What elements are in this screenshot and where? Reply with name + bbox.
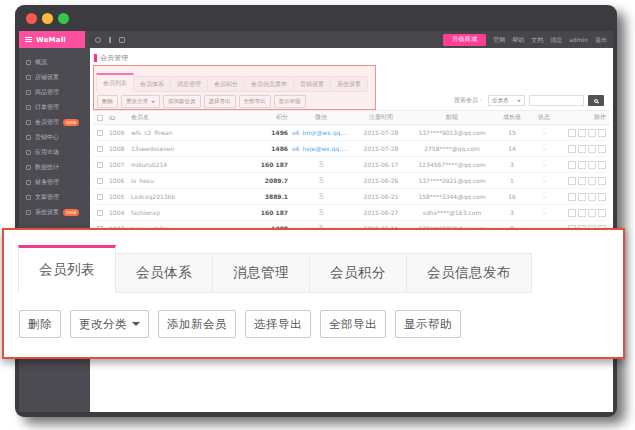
menu-icon bbox=[26, 135, 31, 140]
sidebar-item[interactable]: 数据统计 bbox=[19, 160, 90, 175]
export-icon[interactable] bbox=[588, 209, 596, 217]
search-button[interactable] bbox=[588, 95, 604, 106]
member-name[interactable]: 13seedxseven bbox=[129, 145, 238, 152]
select-all-checkbox[interactable] bbox=[97, 115, 103, 121]
export-icon[interactable] bbox=[588, 177, 596, 185]
sidebar-item[interactable]: 店铺设置 bbox=[19, 70, 90, 85]
message-icon[interactable] bbox=[578, 177, 586, 185]
member-wechat[interactable]: o6_bmjr@wx.qq.com bbox=[290, 129, 352, 136]
member-tab[interactable]: 会员体系 bbox=[133, 76, 171, 92]
store-icon[interactable] bbox=[119, 37, 125, 43]
member-wechat[interactable]: 无 bbox=[290, 176, 352, 185]
sidebar-item[interactable]: 财务管理 bbox=[19, 175, 90, 190]
row-checkbox[interactable] bbox=[97, 178, 103, 184]
toolbar-button[interactable]: 添加新会员 bbox=[163, 95, 201, 108]
app-logo[interactable]: WeMall bbox=[19, 31, 85, 48]
member-tab[interactable]: 系统设置 bbox=[330, 76, 368, 92]
row-checkbox[interactable] bbox=[97, 162, 103, 168]
header-menu-item[interactable]: admin bbox=[569, 34, 588, 46]
minimize-window-button[interactable] bbox=[42, 13, 53, 24]
table-header-row: ID 会员名 积分 微信 注册时间 邮箱 成长值 状态 操作 bbox=[93, 110, 610, 125]
edit-icon[interactable] bbox=[568, 161, 576, 169]
toolbar-button[interactable]: 删除 bbox=[97, 95, 118, 108]
register-date: 2015-06-27 bbox=[352, 209, 410, 216]
delete-icon[interactable] bbox=[598, 161, 606, 169]
delete-icon[interactable] bbox=[598, 193, 606, 201]
member-name[interactable]: wfs_c2_fhwan bbox=[129, 129, 238, 136]
member-tab[interactable]: 会员积分 bbox=[309, 253, 407, 293]
delete-icon[interactable] bbox=[598, 177, 606, 185]
member-tab[interactable]: 会员体系 bbox=[115, 253, 213, 293]
row-checkbox[interactable] bbox=[97, 130, 103, 136]
sidebar-item[interactable]: 文章管理 bbox=[19, 190, 90, 205]
member-wechat[interactable]: 无 bbox=[290, 160, 352, 169]
member-tab[interactable]: 消息管理 bbox=[170, 76, 208, 92]
message-icon[interactable] bbox=[578, 209, 586, 217]
export-icon[interactable] bbox=[588, 161, 596, 169]
delete-icon[interactable] bbox=[598, 129, 606, 137]
toolbar-button[interactable]: 显示帮助 bbox=[395, 310, 461, 338]
sidebar-item[interactable]: 会员管理 new bbox=[19, 115, 90, 130]
search-input[interactable] bbox=[529, 95, 584, 106]
header-menu-item[interactable]: 官网 bbox=[493, 34, 505, 46]
member-tab[interactable]: 会员列表 bbox=[18, 245, 116, 293]
message-icon[interactable] bbox=[578, 129, 586, 137]
header-menu-item[interactable]: 帮助 bbox=[512, 34, 524, 46]
sidebar-item[interactable]: 应用市场 bbox=[19, 145, 90, 160]
export-icon[interactable] bbox=[588, 193, 596, 201]
search-category-select[interactable]: 会员名 bbox=[488, 95, 525, 106]
close-window-button[interactable] bbox=[26, 13, 37, 24]
sidebar-item[interactable]: 订单管理 bbox=[19, 100, 90, 115]
toolbar-button[interactable]: 全部导出 bbox=[239, 95, 271, 108]
toolbar-button[interactable]: 选择导出 bbox=[204, 95, 236, 108]
message-icon[interactable] bbox=[578, 161, 586, 169]
edit-icon[interactable] bbox=[568, 145, 576, 153]
member-email: 158****3344@qq.com bbox=[410, 193, 494, 200]
refresh-icon[interactable] bbox=[95, 37, 101, 43]
new-badge: new bbox=[63, 209, 79, 216]
export-icon[interactable] bbox=[588, 145, 596, 153]
member-wechat[interactable]: o6_hxje@wx.qq.com bbox=[290, 145, 352, 152]
row-checkbox[interactable] bbox=[97, 146, 103, 152]
header-menu-item[interactable]: 消息 bbox=[550, 34, 562, 46]
member-tab[interactable]: 会员信息发布 bbox=[244, 76, 294, 92]
header-menu-item[interactable]: 文档 bbox=[531, 34, 543, 46]
edit-icon[interactable] bbox=[568, 129, 576, 137]
sidebar-item[interactable]: 系统设置 new bbox=[19, 205, 90, 220]
member-wechat[interactable]: 无 bbox=[290, 208, 352, 217]
member-wechat[interactable]: 无 bbox=[290, 192, 352, 201]
sidebar-item[interactable]: 概况 bbox=[19, 55, 90, 70]
upgrade-button[interactable]: 升级商城 bbox=[443, 34, 486, 46]
export-icon[interactable] bbox=[588, 129, 596, 137]
member-tab[interactable]: 消息管理 bbox=[212, 253, 310, 293]
toolbar-button[interactable]: 显示帮助 bbox=[274, 95, 306, 108]
edit-icon[interactable] bbox=[568, 209, 576, 217]
message-icon[interactable] bbox=[578, 193, 586, 201]
message-icon[interactable] bbox=[578, 145, 586, 153]
member-tab[interactable]: 会员列表 bbox=[96, 73, 134, 92]
edit-icon[interactable] bbox=[568, 177, 576, 185]
zoom-window-button[interactable] bbox=[58, 13, 69, 24]
member-name[interactable]: mikuru0214 bbox=[129, 161, 238, 168]
delete-icon[interactable] bbox=[598, 145, 606, 153]
toolbar-button[interactable]: 删除 bbox=[19, 310, 61, 338]
member-growth: 1 bbox=[494, 177, 530, 184]
member-tab[interactable]: 会员信息发布 bbox=[406, 253, 532, 293]
row-checkbox[interactable] bbox=[97, 194, 103, 200]
member-tab[interactable]: 会员积分 bbox=[207, 76, 245, 92]
toolbar-button[interactable]: 选择导出 bbox=[245, 310, 311, 338]
toolbar-button[interactable]: 更改分类 bbox=[121, 95, 160, 108]
delete-icon[interactable] bbox=[598, 209, 606, 217]
row-checkbox[interactable] bbox=[97, 210, 103, 216]
header-menu-item[interactable]: 退出 bbox=[595, 34, 607, 46]
sidebar-item[interactable]: 营销中心 bbox=[19, 130, 90, 145]
member-name[interactable]: fashionxp bbox=[129, 209, 238, 216]
toolbar-button[interactable]: 添加新会员 bbox=[158, 310, 236, 338]
member-name[interactable]: lx_hexu bbox=[129, 177, 238, 184]
member-name[interactable]: Lxdcxq2013bb bbox=[129, 193, 238, 200]
toolbar-button[interactable]: 更改分类 bbox=[70, 310, 149, 338]
member-tab[interactable]: 营销设置 bbox=[293, 76, 331, 92]
sidebar-item[interactable]: 商品管理 bbox=[19, 85, 90, 100]
toolbar-button[interactable]: 全部导出 bbox=[320, 310, 386, 338]
edit-icon[interactable] bbox=[568, 193, 576, 201]
